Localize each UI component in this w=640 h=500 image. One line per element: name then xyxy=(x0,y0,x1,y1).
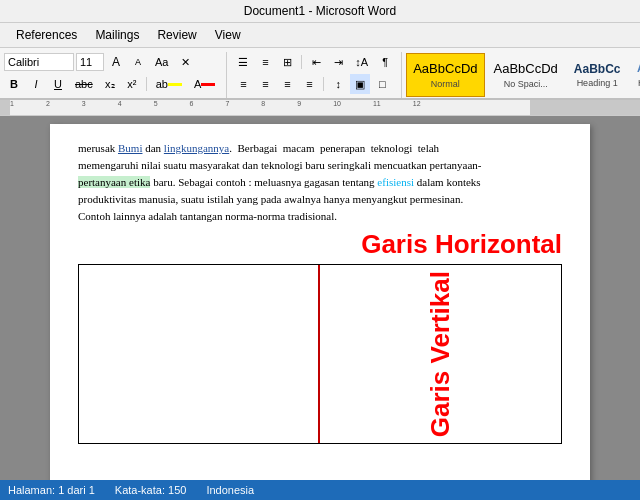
bold-button[interactable]: B xyxy=(4,74,24,94)
style-normal-sample: AaBbCcDd xyxy=(413,61,477,77)
shading-button[interactable]: ▣ xyxy=(350,74,370,94)
style-heading1-label: Heading 1 xyxy=(577,78,618,88)
strikethrough-button[interactable]: abc xyxy=(70,74,98,94)
sort-button[interactable]: ↕A xyxy=(350,52,373,72)
sep2 xyxy=(301,55,302,69)
format-row: B I U abc x₂ x² ab A xyxy=(4,74,220,94)
style-heading1-sample: AaBbCc xyxy=(574,62,621,76)
italic-button[interactable]: I xyxy=(26,74,46,94)
clear-formatting-button[interactable]: ✕ xyxy=(175,52,195,72)
lingkungan-link: lingkungannya xyxy=(164,142,229,154)
sep3 xyxy=(323,77,324,91)
left-column xyxy=(79,265,320,443)
list-row: ☰ ≡ ⊞ ⇤ ⇥ ↕A ¶ xyxy=(233,52,395,72)
font-name-input[interactable] xyxy=(4,53,74,71)
pertanyaan-highlight: pertanyaan etika xyxy=(78,176,150,188)
border-button[interactable]: □ xyxy=(372,74,392,94)
increase-indent-button[interactable]: ⇥ xyxy=(328,52,348,72)
style-normal-label: Normal xyxy=(431,79,460,89)
garis-vertikal-label: Garis Vertikal xyxy=(425,271,456,437)
font-color-indicator xyxy=(201,83,215,86)
title-bar: Document1 - Microsoft Word xyxy=(0,0,640,23)
decrease-indent-button[interactable]: ⇤ xyxy=(306,52,326,72)
right-column: Garis Vertikal xyxy=(320,265,561,443)
bullets-button[interactable]: ☰ xyxy=(233,52,253,72)
document-page[interactable]: merusak Bumi dan lingkungannya. Berbagai… xyxy=(50,124,590,500)
change-case-button[interactable]: Aa xyxy=(150,52,173,72)
subscript-button[interactable]: x₂ xyxy=(100,74,120,94)
language-info: Indonesia xyxy=(206,484,254,496)
font-row: A A Aa ✕ xyxy=(4,52,195,72)
menu-mailings[interactable]: Mailings xyxy=(87,25,147,45)
text-para1: merusak Bumi dan lingkungannya. Berbagai… xyxy=(78,142,439,154)
text-para2: memengaruhi nilai suatu masyarakat dan t… xyxy=(78,159,482,171)
document-area[interactable]: merusak Bumi dan lingkungannya. Berbagai… xyxy=(0,116,640,500)
numbering-button[interactable]: ≡ xyxy=(255,52,275,72)
text-para3: pertanyaan etika baru. Sebagai contoh : … xyxy=(78,176,481,188)
align-right-button[interactable]: ≡ xyxy=(277,74,297,94)
menu-view[interactable]: View xyxy=(207,25,249,45)
shrink-font-button[interactable]: A xyxy=(128,52,148,72)
multilevel-button[interactable]: ⊞ xyxy=(277,52,297,72)
style-no-spacing[interactable]: AaBbCcDd No Spaci... xyxy=(487,53,565,97)
garis-horizontal-label: Garis Horizontal xyxy=(78,229,562,260)
content-box: Garis Vertikal xyxy=(78,264,562,444)
ruler-marks: 1 2 3 4 5 6 7 8 9 10 11 12 xyxy=(10,100,453,107)
font-group: A A Aa ✕ B I U abc x₂ x² ab A Font xyxy=(4,52,227,98)
status-bar: Halaman: 1 dari 1 Kata-kata: 150 Indones… xyxy=(0,480,640,500)
style-no-spacing-sample: AaBbCcDd xyxy=(494,61,558,77)
font-color-button[interactable]: A xyxy=(189,74,220,94)
text-para5: Contoh lainnya adalah tantangan norma-no… xyxy=(78,210,337,222)
line-spacing-button[interactable]: ↕ xyxy=(328,74,348,94)
style-normal[interactable]: AaBbCcDd Normal xyxy=(406,53,484,97)
superscript-button[interactable]: x² xyxy=(122,74,142,94)
style-heading2[interactable]: AaBbCc Heading 2 xyxy=(630,53,641,97)
styles-group: AaBbCcDd Normal AaBbCcDd No Spaci... AaB… xyxy=(402,52,640,98)
text-para4: produktivitas manusia, suatu istilah yan… xyxy=(78,193,463,205)
paragraph-group: ☰ ≡ ⊞ ⇤ ⇥ ↕A ¶ ≡ ≡ ≡ ≡ ↕ ▣ □ Paragraph xyxy=(227,52,402,98)
bumi-link: Bumi xyxy=(118,142,142,154)
menu-references[interactable]: References xyxy=(8,25,85,45)
highlight-button[interactable]: ab xyxy=(151,74,187,94)
page-info: Halaman: 1 dari 1 xyxy=(8,484,95,496)
title-text: Document1 - Microsoft Word xyxy=(244,4,397,18)
style-heading1[interactable]: AaBbCc Heading 1 xyxy=(567,53,628,97)
ribbon: A A Aa ✕ B I U abc x₂ x² ab A Font ☰ xyxy=(0,48,640,100)
align-left-button[interactable]: ≡ xyxy=(233,74,253,94)
align-row: ≡ ≡ ≡ ≡ ↕ ▣ □ xyxy=(233,74,392,94)
justify-button[interactable]: ≡ xyxy=(299,74,319,94)
menu-review[interactable]: Review xyxy=(149,25,204,45)
align-center-button[interactable]: ≡ xyxy=(255,74,275,94)
grow-font-button[interactable]: A xyxy=(106,52,126,72)
separator xyxy=(146,77,147,91)
style-no-spacing-label: No Spaci... xyxy=(504,79,548,89)
show-marks-button[interactable]: ¶ xyxy=(375,52,395,72)
efisiensi-link: efisiensi xyxy=(377,176,414,188)
document-content[interactable]: merusak Bumi dan lingkungannya. Berbagai… xyxy=(78,140,562,225)
word-count: Kata-kata: 150 xyxy=(115,484,187,496)
ruler: 1 2 3 4 5 6 7 8 9 10 11 12 xyxy=(0,100,640,116)
menu-bar: References Mailings Review View xyxy=(0,23,640,48)
font-size-input[interactable] xyxy=(76,53,104,71)
underline-button[interactable]: U xyxy=(48,74,68,94)
